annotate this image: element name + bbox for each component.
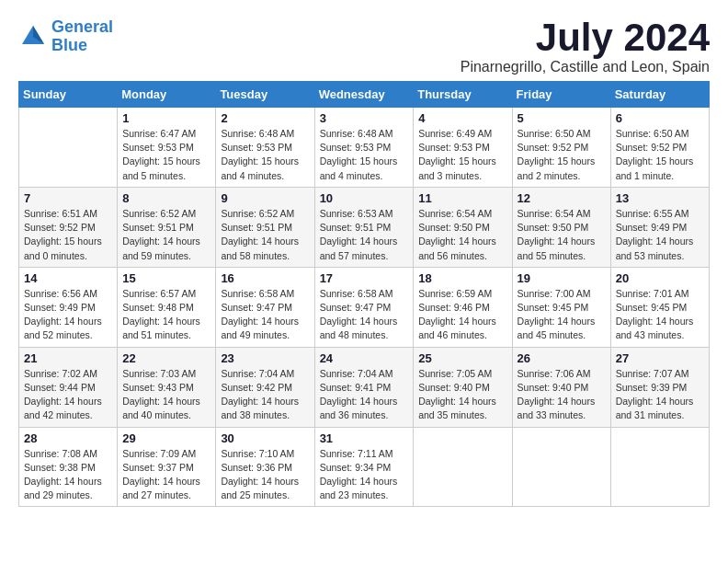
day-cell: 3Sunrise: 6:48 AM Sunset: 9:53 PM Daylig…: [314, 108, 414, 188]
day-number: 21: [24, 351, 112, 365]
day-number: 13: [616, 191, 704, 205]
day-number: 17: [320, 271, 409, 285]
day-info: Sunrise: 7:11 AM Sunset: 9:34 PM Dayligh…: [320, 447, 409, 503]
day-number: 18: [418, 271, 506, 285]
day-cell: 5Sunrise: 6:50 AM Sunset: 9:52 PM Daylig…: [512, 108, 610, 188]
header-cell-wednesday: Wednesday: [314, 82, 414, 108]
header-cell-tuesday: Tuesday: [216, 82, 314, 108]
day-info: Sunrise: 7:00 AM Sunset: 9:45 PM Dayligh…: [518, 287, 606, 343]
day-number: 26: [518, 351, 606, 365]
header-cell-thursday: Thursday: [414, 82, 512, 108]
day-number: 4: [418, 111, 506, 125]
day-info: Sunrise: 6:52 AM Sunset: 9:51 PM Dayligh…: [122, 207, 210, 263]
day-cell: 13Sunrise: 6:55 AM Sunset: 9:49 PM Dayli…: [610, 187, 709, 267]
day-cell: 17Sunrise: 6:58 AM Sunset: 9:47 PM Dayli…: [314, 267, 414, 347]
day-info: Sunrise: 6:57 AM Sunset: 9:48 PM Dayligh…: [122, 287, 210, 343]
day-number: 8: [122, 191, 210, 205]
day-cell: 7Sunrise: 6:51 AM Sunset: 9:52 PM Daylig…: [19, 187, 118, 267]
header-cell-sunday: Sunday: [19, 82, 118, 108]
day-cell: 1Sunrise: 6:47 AM Sunset: 9:53 PM Daylig…: [118, 108, 216, 188]
header-cell-monday: Monday: [118, 82, 216, 108]
day-cell: 25Sunrise: 7:05 AM Sunset: 9:40 PM Dayli…: [414, 347, 512, 427]
day-info: Sunrise: 7:10 AM Sunset: 9:36 PM Dayligh…: [221, 447, 309, 503]
day-cell: 14Sunrise: 6:56 AM Sunset: 9:49 PM Dayli…: [19, 267, 118, 347]
day-info: Sunrise: 7:05 AM Sunset: 9:40 PM Dayligh…: [418, 367, 506, 423]
day-cell: 24Sunrise: 7:04 AM Sunset: 9:41 PM Dayli…: [314, 347, 414, 427]
week-row-3: 14Sunrise: 6:56 AM Sunset: 9:49 PM Dayli…: [19, 267, 710, 347]
day-info: Sunrise: 6:59 AM Sunset: 9:46 PM Dayligh…: [418, 287, 506, 343]
day-info: Sunrise: 6:58 AM Sunset: 9:47 PM Dayligh…: [320, 287, 409, 343]
day-cell: 22Sunrise: 7:03 AM Sunset: 9:43 PM Dayli…: [118, 347, 216, 427]
day-info: Sunrise: 6:55 AM Sunset: 9:49 PM Dayligh…: [616, 207, 704, 263]
day-cell: 23Sunrise: 7:04 AM Sunset: 9:42 PM Dayli…: [216, 347, 314, 427]
day-info: Sunrise: 7:01 AM Sunset: 9:45 PM Dayligh…: [616, 287, 704, 343]
day-number: 9: [221, 191, 309, 205]
day-number: 1: [122, 111, 210, 125]
day-number: 12: [518, 191, 606, 205]
day-cell: 15Sunrise: 6:57 AM Sunset: 9:48 PM Dayli…: [118, 267, 216, 347]
day-number: 19: [518, 271, 606, 285]
day-info: Sunrise: 6:58 AM Sunset: 9:47 PM Dayligh…: [221, 287, 309, 343]
day-info: Sunrise: 6:48 AM Sunset: 9:53 PM Dayligh…: [320, 127, 409, 183]
day-cell: 11Sunrise: 6:54 AM Sunset: 9:50 PM Dayli…: [414, 187, 512, 267]
day-cell: [414, 427, 512, 507]
day-number: 28: [24, 431, 112, 445]
day-cell: 18Sunrise: 6:59 AM Sunset: 9:46 PM Dayli…: [414, 267, 512, 347]
day-info: Sunrise: 7:03 AM Sunset: 9:43 PM Dayligh…: [122, 367, 210, 423]
day-cell: 4Sunrise: 6:49 AM Sunset: 9:53 PM Daylig…: [414, 108, 512, 188]
day-cell: [19, 108, 118, 188]
day-info: Sunrise: 6:53 AM Sunset: 9:51 PM Dayligh…: [320, 207, 409, 263]
day-info: Sunrise: 6:52 AM Sunset: 9:51 PM Dayligh…: [221, 207, 309, 263]
day-number: 22: [122, 351, 210, 365]
page-header: General Blue July 2024 Pinarnegrillo, Ca…: [18, 18, 710, 75]
day-number: 27: [616, 351, 704, 365]
day-number: 2: [221, 111, 309, 125]
day-info: Sunrise: 6:54 AM Sunset: 9:50 PM Dayligh…: [418, 207, 506, 263]
day-info: Sunrise: 7:07 AM Sunset: 9:39 PM Dayligh…: [616, 367, 704, 423]
day-cell: 9Sunrise: 6:52 AM Sunset: 9:51 PM Daylig…: [216, 187, 314, 267]
day-info: Sunrise: 7:02 AM Sunset: 9:44 PM Dayligh…: [24, 367, 112, 423]
day-cell: 31Sunrise: 7:11 AM Sunset: 9:34 PM Dayli…: [314, 427, 414, 507]
day-cell: 26Sunrise: 7:06 AM Sunset: 9:40 PM Dayli…: [512, 347, 610, 427]
day-number: 30: [221, 431, 309, 445]
logo-icon: [18, 22, 48, 52]
day-info: Sunrise: 6:50 AM Sunset: 9:52 PM Dayligh…: [616, 127, 704, 183]
day-cell: 30Sunrise: 7:10 AM Sunset: 9:36 PM Dayli…: [216, 427, 314, 507]
day-number: 29: [122, 431, 210, 445]
day-number: 5: [518, 111, 606, 125]
day-number: 3: [320, 111, 409, 125]
day-info: Sunrise: 7:04 AM Sunset: 9:41 PM Dayligh…: [320, 367, 409, 423]
month-title: July 2024: [461, 18, 710, 57]
day-cell: 29Sunrise: 7:09 AM Sunset: 9:37 PM Dayli…: [118, 427, 216, 507]
day-cell: 19Sunrise: 7:00 AM Sunset: 9:45 PM Dayli…: [512, 267, 610, 347]
day-number: 6: [616, 111, 704, 125]
logo: General Blue: [18, 18, 113, 55]
day-cell: 21Sunrise: 7:02 AM Sunset: 9:44 PM Dayli…: [19, 347, 118, 427]
logo-text: General Blue: [51, 18, 113, 55]
calendar-table: SundayMondayTuesdayWednesdayThursdayFrid…: [18, 81, 710, 507]
day-info: Sunrise: 6:47 AM Sunset: 9:53 PM Dayligh…: [122, 127, 210, 183]
day-number: 23: [221, 351, 309, 365]
title-block: July 2024 Pinarnegrillo, Castille and Le…: [461, 18, 710, 75]
day-info: Sunrise: 7:06 AM Sunset: 9:40 PM Dayligh…: [518, 367, 606, 423]
day-info: Sunrise: 7:08 AM Sunset: 9:38 PM Dayligh…: [24, 447, 112, 503]
week-row-1: 1Sunrise: 6:47 AM Sunset: 9:53 PM Daylig…: [19, 108, 710, 188]
week-row-2: 7Sunrise: 6:51 AM Sunset: 9:52 PM Daylig…: [19, 187, 710, 267]
day-info: Sunrise: 6:51 AM Sunset: 9:52 PM Dayligh…: [24, 207, 112, 263]
day-number: 25: [418, 351, 506, 365]
day-cell: 27Sunrise: 7:07 AM Sunset: 9:39 PM Dayli…: [610, 347, 709, 427]
day-info: Sunrise: 6:48 AM Sunset: 9:53 PM Dayligh…: [221, 127, 309, 183]
day-cell: 28Sunrise: 7:08 AM Sunset: 9:38 PM Dayli…: [19, 427, 118, 507]
day-number: 20: [616, 271, 704, 285]
day-info: Sunrise: 6:56 AM Sunset: 9:49 PM Dayligh…: [24, 287, 112, 343]
day-number: 31: [320, 431, 409, 445]
week-row-4: 21Sunrise: 7:02 AM Sunset: 9:44 PM Dayli…: [19, 347, 710, 427]
day-cell: [512, 427, 610, 507]
day-cell: 20Sunrise: 7:01 AM Sunset: 9:45 PM Dayli…: [610, 267, 709, 347]
location: Pinarnegrillo, Castille and Leon, Spain: [461, 59, 710, 75]
header-cell-friday: Friday: [512, 82, 610, 108]
day-cell: 6Sunrise: 6:50 AM Sunset: 9:52 PM Daylig…: [610, 108, 709, 188]
day-cell: 8Sunrise: 6:52 AM Sunset: 9:51 PM Daylig…: [118, 187, 216, 267]
day-cell: 10Sunrise: 6:53 AM Sunset: 9:51 PM Dayli…: [314, 187, 414, 267]
header-cell-saturday: Saturday: [610, 82, 709, 108]
